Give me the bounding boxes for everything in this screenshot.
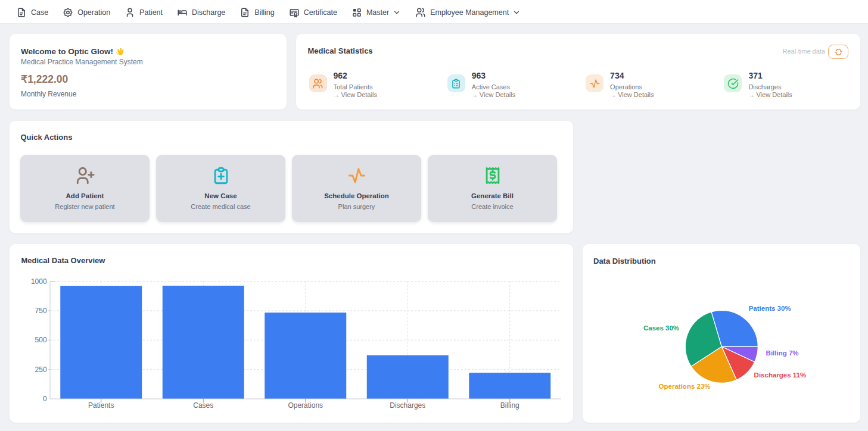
svg-text:Billing 7%: Billing 7% (766, 349, 799, 357)
svg-text:750: 750 (35, 307, 47, 315)
svg-text:Cases: Cases (193, 401, 213, 410)
svg-text:Discharges 11%: Discharges 11% (754, 371, 807, 379)
svg-text:Operations: Operations (288, 401, 323, 410)
svg-text:Billing: Billing (500, 401, 519, 410)
svg-text:Operations 23%: Operations 23% (659, 383, 711, 390)
svg-text:0: 0 (43, 395, 47, 403)
svg-text:1000: 1000 (31, 277, 47, 286)
svg-text:Cases 30%: Cases 30% (643, 324, 679, 332)
svg-text:Patients 30%: Patients 30% (749, 305, 791, 312)
svg-text:500: 500 (35, 336, 47, 344)
svg-text:250: 250 (35, 366, 47, 374)
svg-text:Patients: Patients (88, 401, 114, 410)
svg-text:Discharges: Discharges (390, 401, 425, 410)
